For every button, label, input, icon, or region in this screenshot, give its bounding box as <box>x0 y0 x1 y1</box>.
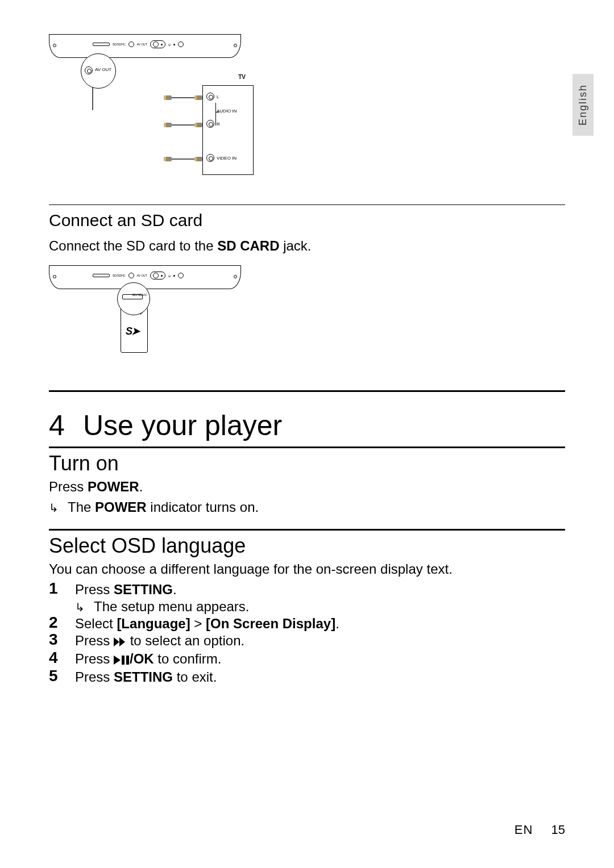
player-device: SD/SDHC AV OUT ⎉ <box>49 34 241 58</box>
language-tab: English <box>572 74 594 136</box>
player-device-2: SD/SDHC AV OUT ⎉ <box>49 265 241 289</box>
result-arrow-icon: ↳ <box>75 600 85 614</box>
cable-video <box>172 158 194 160</box>
svg-marker-2 <box>114 656 121 665</box>
section-osd-language: Select OSD language <box>49 534 565 558</box>
svg-rect-3 <box>122 656 125 665</box>
av-out-jack-icon <box>85 66 93 74</box>
turn-on-result: ↳ The POWER indicator turns on. <box>49 499 565 515</box>
subsection-connect-sd: Connect an SD card <box>49 211 565 230</box>
page-footer: EN 15 <box>515 823 565 837</box>
av-out-callout: AV OUT <box>81 53 116 89</box>
section-turn-on: Turn on <box>49 452 565 475</box>
footer-page-number: 15 <box>551 823 565 837</box>
divider <box>49 390 565 392</box>
av-out-label: AV OUT <box>95 67 111 72</box>
step-4: Press /OK to confirm. <box>49 651 565 668</box>
step-5: Press SETTING to exit. <box>49 669 565 685</box>
diagram-sd-card: SD/SDHC AV OUT ⎉ SD/SDHC S➤ <box>49 265 254 362</box>
osd-intro: You can choose a different language for … <box>49 561 565 577</box>
svg-rect-4 <box>126 656 129 665</box>
sd-slot-callout: SD/SDHC <box>117 282 150 315</box>
turn-on-instruction: Press POWER. <box>49 479 565 495</box>
divider <box>49 205 565 205</box>
osd-steps: Press SETTING. ↳ The setup menu appears.… <box>49 582 565 685</box>
footer-lang: EN <box>515 823 533 837</box>
sd-instruction: Connect the SD card to the SD CARD jack. <box>49 238 565 254</box>
cable-audio-r <box>172 124 194 126</box>
page-content: SD/SDHC AV OUT ⎉ AV OUT TV L AUDIO IN R … <box>0 0 614 685</box>
divider <box>49 446 565 448</box>
step-3: Press to select an option. <box>49 633 565 650</box>
play-pause-icon <box>114 652 130 668</box>
chapter-title: 4Use your player <box>49 409 565 442</box>
fast-forward-icon <box>114 634 126 650</box>
cable-audio-l <box>172 97 194 98</box>
tv-input-panel: L AUDIO IN R VIDEO IN <box>202 85 254 175</box>
step-2: Select [Language] > [On Screen Display]. <box>49 616 565 632</box>
svg-marker-1 <box>119 637 125 646</box>
svg-marker-0 <box>114 637 119 646</box>
diagram-av-out-to-tv: SD/SDHC AV OUT ⎉ AV OUT TV L AUDIO IN R … <box>49 34 254 176</box>
divider <box>49 529 565 531</box>
result-arrow-icon: ↳ <box>49 501 59 515</box>
step-1: Press SETTING. ↳ The setup menu appears. <box>49 582 565 615</box>
tv-label: TV <box>238 74 246 80</box>
